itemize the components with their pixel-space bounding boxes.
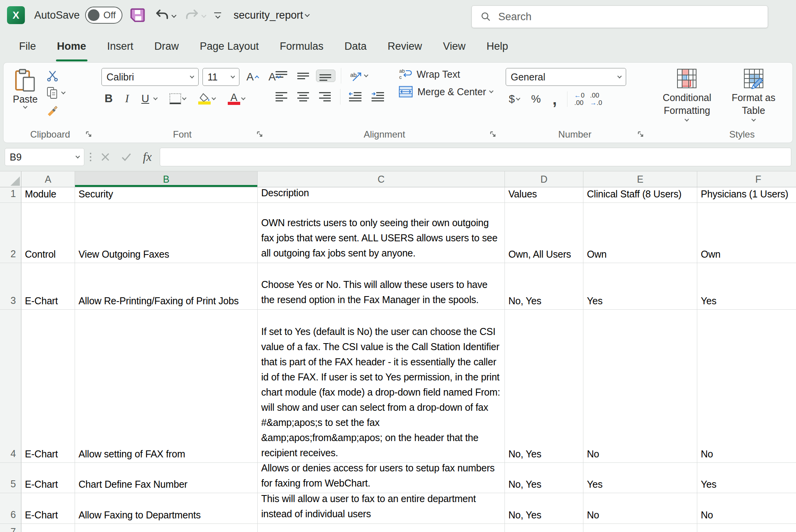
cell-D5[interactable]: No, Yes — [505, 463, 583, 493]
cell-C7[interactable] — [258, 524, 505, 532]
autosave-toggle[interactable]: Off — [85, 7, 122, 24]
copy-button[interactable] — [46, 87, 65, 99]
cell-F6[interactable]: No — [697, 493, 796, 524]
conditional-formatting-button[interactable]: Conditional Formatting — [653, 66, 721, 127]
cell-styles-button[interactable]: Cell Styles — [786, 66, 793, 127]
row-header-7[interactable]: 7 — [0, 524, 21, 532]
decrease-decimal-button[interactable]: .00→.0 — [590, 92, 602, 106]
save-button[interactable] — [128, 5, 147, 25]
insert-function-button[interactable]: fx — [139, 148, 156, 166]
column-header-B[interactable]: B — [75, 171, 258, 187]
font-dialog-launcher[interactable] — [256, 131, 263, 139]
cell-E4[interactable]: No — [583, 310, 697, 463]
cell-B5[interactable]: Chart Define Fax Number — [75, 463, 258, 493]
format-as-table-button[interactable]: Format as Table — [723, 66, 784, 127]
cell-C4[interactable]: If set to Yes (default is No) the user c… — [258, 310, 505, 463]
cell-A3[interactable]: E-Chart — [21, 263, 75, 310]
cell-E6[interactable]: No — [583, 493, 697, 524]
cell-F2[interactable]: Own — [697, 203, 796, 263]
cell-D7[interactable] — [505, 524, 583, 532]
align-top-button[interactable] — [272, 70, 291, 82]
tab-insert[interactable]: Insert — [97, 30, 144, 62]
cell-A5[interactable]: E-Chart — [21, 463, 75, 493]
wrap-text-button[interactable]: ab c Wrap Text — [399, 68, 493, 80]
format-painter-button[interactable] — [46, 104, 65, 116]
percent-style-button[interactable]: % — [528, 92, 544, 106]
cell-F7[interactable] — [697, 524, 796, 532]
cell-B2[interactable]: View Outgoing Faxes — [75, 203, 258, 263]
cell-E2[interactable]: Own — [583, 203, 697, 263]
column-header-C[interactable]: C — [258, 171, 505, 187]
cell-F1[interactable]: Physicians (1 Users) — [697, 187, 796, 203]
align-right-button[interactable] — [316, 91, 335, 103]
cell-D6[interactable]: No, Yes — [505, 493, 583, 524]
cell-C5[interactable]: Allows or denies access for users to set… — [258, 463, 505, 493]
align-bottom-button[interactable] — [316, 70, 335, 82]
merge-center-button[interactable]: Merge & Center — [399, 86, 493, 98]
cell-E3[interactable]: Yes — [583, 263, 697, 310]
cell-A7[interactable] — [21, 524, 75, 532]
cell-B7[interactable] — [75, 524, 258, 532]
cell-A1[interactable]: Module — [21, 187, 75, 203]
borders-button[interactable] — [166, 92, 189, 105]
cell-E5[interactable]: Yes — [583, 463, 697, 493]
cell-F4[interactable]: No — [697, 310, 796, 463]
tab-help[interactable]: Help — [476, 30, 519, 62]
cell-B4[interactable]: Allow setting of FAX from — [75, 310, 258, 463]
decrease-indent-button[interactable] — [346, 91, 365, 103]
workbook-title[interactable]: security_report — [234, 9, 309, 21]
undo-button[interactable] — [153, 6, 177, 24]
fill-color-button[interactable] — [195, 92, 218, 105]
tab-file[interactable]: File — [9, 30, 47, 62]
tab-draw[interactable]: Draw — [144, 30, 189, 62]
accounting-format-button[interactable]: $ — [506, 92, 523, 106]
italic-button[interactable]: I — [122, 91, 132, 106]
row-header-4[interactable]: 4 — [0, 310, 21, 463]
cell-E7[interactable] — [583, 524, 697, 532]
cell-E1[interactable]: Clinical Staff (8 Users) — [583, 187, 697, 203]
cell-C6[interactable]: This will allow a user to fax to an enti… — [258, 493, 505, 524]
enter-button[interactable] — [118, 148, 135, 166]
font-size-select[interactable]: 11 — [202, 68, 239, 86]
align-left-button[interactable] — [272, 91, 291, 103]
excel-app-icon[interactable]: X — [7, 6, 25, 24]
column-header-E[interactable]: E — [583, 171, 697, 187]
cell-A2[interactable]: Control — [21, 203, 75, 263]
search-input[interactable]: Search — [471, 5, 768, 28]
tab-home[interactable]: Home — [47, 30, 97, 62]
align-center-button[interactable] — [294, 91, 313, 103]
number-format-select[interactable]: General — [506, 68, 626, 86]
cell-A4[interactable]: E-Chart — [21, 310, 75, 463]
cut-button[interactable] — [46, 70, 65, 82]
increase-decimal-button[interactable]: ←0.00 — [574, 92, 585, 106]
tab-data[interactable]: Data — [334, 30, 377, 62]
formula-input[interactable] — [160, 148, 791, 166]
increase-font-size-button[interactable]: A — [243, 70, 262, 84]
cell-C2[interactable]: OWN restricts users to only seeing their… — [258, 203, 505, 263]
cell-C1[interactable]: Description — [258, 187, 505, 203]
row-header-1[interactable]: 1 — [0, 187, 21, 203]
cell-B6[interactable]: Allow Faxing to Departments — [75, 493, 258, 524]
align-middle-button[interactable] — [294, 70, 313, 82]
number-dialog-launcher[interactable] — [637, 131, 644, 139]
cell-D4[interactable]: No, Yes — [505, 310, 583, 463]
increase-indent-button[interactable] — [368, 91, 388, 103]
cell-D2[interactable]: Own, All Users — [505, 203, 583, 263]
cell-B3[interactable]: Allow Re-Printing/Faxing of Print Jobs — [75, 263, 258, 310]
column-header-F[interactable]: F — [697, 171, 796, 187]
redo-button[interactable] — [183, 6, 207, 24]
row-header-6[interactable]: 6 — [0, 493, 21, 524]
column-header-A[interactable]: A — [21, 171, 75, 187]
tab-view[interactable]: View — [433, 30, 476, 62]
font-color-button[interactable]: A — [225, 92, 248, 106]
formula-bar-grip-icon[interactable] — [88, 153, 93, 161]
bold-button[interactable]: B — [101, 91, 116, 106]
comma-style-button[interactable]: , — [549, 94, 560, 104]
quick-access-overflow-button[interactable] — [213, 11, 223, 20]
cell-D3[interactable]: No, Yes — [505, 263, 583, 310]
tab-page-layout[interactable]: Page Layout — [189, 30, 269, 62]
cell-C3[interactable]: Choose Yes or No. This will allow these … — [258, 263, 505, 310]
cell-D1[interactable]: Values — [505, 187, 583, 203]
underline-button[interactable]: U — [138, 92, 160, 106]
tab-formulas[interactable]: Formulas — [269, 30, 334, 62]
